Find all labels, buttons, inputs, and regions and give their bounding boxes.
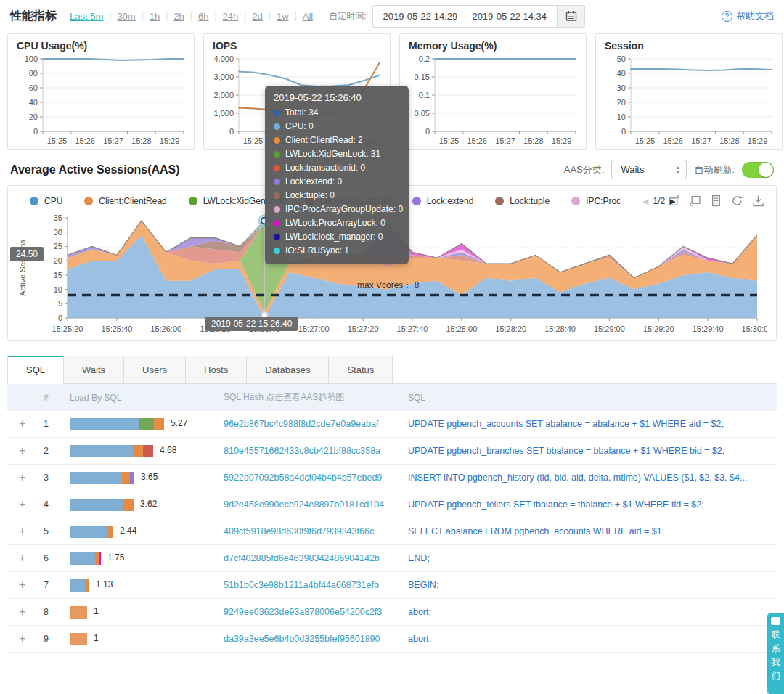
svg-text:15:26: 15:26 (75, 136, 95, 145)
session-chart[interactable]: 0102030405015:2515:2615:2715:2815:29 (602, 53, 776, 147)
custom-time-value[interactable]: 2019-05-22 14:29 — 2019-05-22 14:34 (373, 6, 558, 27)
cpu-usage-chart[interactable]: 02040608010015:2515:2615:2715:2815:29 (14, 53, 188, 147)
chart-toolbar (668, 195, 764, 207)
sql-hash-link[interactable]: 9d2e458e990ecb924e8897b0181cd104 (224, 499, 384, 510)
table-row: +24.68810e45571662433c8cb421bf88cc358aUP… (7, 438, 777, 465)
svg-text:3,000: 3,000 (213, 73, 234, 81)
col-number: # (38, 384, 64, 411)
tooltip-item-ipc-procarraygroupupdate: IPC:ProcArrayGroupUpdate: 0 (274, 203, 400, 216)
expand-row-button[interactable]: + (13, 632, 25, 645)
svg-text:15:30:00: 15:30:00 (742, 324, 767, 333)
separator: | (109, 11, 111, 21)
legend-label: IPC:Proc (586, 196, 621, 206)
calendar-button[interactable] (557, 6, 584, 27)
time-range-1w[interactable]: 1w (277, 11, 289, 22)
load-bar-segment (139, 418, 154, 430)
load-bar (70, 526, 113, 538)
load-value: 1 (94, 606, 99, 616)
svg-text:10: 10 (617, 113, 626, 121)
legend-item-lock-tuple[interactable]: Lock:tuple (495, 196, 550, 206)
time-range-last-5m[interactable]: Last 5m (70, 11, 103, 22)
expand-row-button[interactable]: + (13, 552, 25, 564)
time-range-1h[interactable]: 1h (150, 11, 160, 22)
contact-char: 系 (772, 642, 780, 655)
tab-waits[interactable]: Waits (64, 356, 124, 384)
series-dot (274, 220, 280, 226)
time-range-24h[interactable]: 24h (223, 11, 239, 22)
table-row: +33.655922d07092b58a4dcf04b4b4b57ebed9IN… (7, 465, 777, 491)
legend-item-cpu[interactable]: CPU (30, 196, 62, 206)
aas-category-select[interactable]: Waits ▲▼ (611, 160, 687, 179)
contact-us-widget[interactable]: 联系我们 (767, 613, 784, 694)
sql-hash-link[interactable]: 5922d07092b58a4dcf04b4b4b57ebed9 (224, 473, 382, 483)
zoom-reset-icon[interactable] (689, 195, 701, 207)
sql-hash-link[interactable]: 409cf5918e98d630f9f6d7939343f66c (224, 526, 374, 536)
separator: | (269, 11, 271, 21)
tab-sql[interactable]: SQL (7, 356, 64, 384)
custom-time-picker[interactable]: 2019-05-22 14:29 — 2019-05-22 14:34 (372, 5, 586, 28)
download-icon[interactable] (752, 195, 764, 207)
sql-text: abort; (408, 607, 771, 617)
contact-char: 联 (772, 629, 780, 641)
tab-status[interactable]: Status (329, 356, 393, 384)
memory-usage-title: Memory Usage(%) (409, 40, 580, 52)
expand-row-button[interactable]: + (13, 525, 25, 537)
row-number: 5 (38, 518, 64, 545)
time-range-all[interactable]: All (303, 11, 313, 22)
time-range-2h[interactable]: 2h (173, 11, 184, 22)
tooltip-item-text: IPC:ProcArrayGroupUpdate: 0 (285, 203, 403, 216)
time-range-30m[interactable]: 30m (117, 11, 135, 22)
legend-label: Client:ClientRead (99, 196, 166, 206)
data-view-icon[interactable] (710, 195, 722, 207)
load-value: 1.13 (96, 579, 113, 589)
tooltip-item-text: Total: 34 (285, 106, 318, 120)
expand-row-button[interactable]: + (13, 444, 25, 457)
time-range-2d[interactable]: 2d (252, 11, 262, 22)
legend-label: Lock:extend (427, 196, 474, 206)
help-doc-link[interactable]: ? 帮助文档 (722, 9, 774, 23)
svg-text:40: 40 (617, 69, 626, 78)
load-value: 1.75 (107, 552, 124, 563)
svg-text:60: 60 (29, 83, 38, 92)
svg-text:15:27: 15:27 (495, 136, 515, 145)
expand-row-button[interactable]: + (13, 605, 25, 618)
sql-hash-link[interactable]: da39a3ee5e6b4b0d3255bfef95601890 (224, 634, 380, 644)
col-sql: SQL (402, 384, 777, 411)
load-bar-segment (70, 499, 123, 511)
legend-item-client-clientread[interactable]: Client:ClientRead (84, 196, 166, 206)
toggle-knob (759, 163, 773, 177)
tab-databases[interactable]: Databases (247, 356, 329, 384)
sql-hash-link[interactable]: 9249ee03623de93a878006e54200c2f3 (224, 607, 382, 617)
sql-text: UPDATE pgbench_accounts SET abalance = a… (408, 419, 771, 429)
svg-text:20: 20 (29, 113, 38, 121)
svg-text:15:25: 15:25 (439, 136, 460, 145)
memory-usage-chart[interactable]: 00.050.10.150.215:2515:2615:2715:2815:29 (406, 53, 580, 147)
custom-time-label: 自定时间: (329, 10, 366, 23)
legend-item-ipc-proc[interactable]: IPC:Proc (571, 196, 621, 206)
svg-text:15:28:20: 15:28:20 (495, 324, 526, 333)
expand-row-button[interactable]: + (13, 417, 25, 430)
expand-row-button[interactable]: + (13, 498, 25, 510)
sql-hash-link[interactable]: 810e45571662433c8cb421bf88cc358a (224, 446, 380, 456)
sql-text: abort; (408, 634, 771, 644)
tab-hosts[interactable]: Hosts (186, 356, 247, 384)
auto-refresh-toggle[interactable] (742, 162, 774, 178)
tooltip-item-lwlock-lock-manager: LWLock:lock_manager: 0 (274, 230, 400, 244)
sql-hash-link[interactable]: 96e2b867bc4c988f8d2cde7e0a9eabaf (224, 419, 378, 429)
svg-text:0.05: 0.05 (415, 109, 430, 118)
tooltip-item-lock-extend: Lock:extend: 0 (274, 175, 400, 189)
svg-text:15:28:00: 15:28:00 (446, 324, 477, 333)
load-bar-segment (85, 579, 89, 592)
sql-hash-link[interactable]: d7cf402885fd6e46398342486904142b (224, 553, 380, 563)
load-bar (70, 499, 134, 511)
refresh-icon[interactable] (731, 195, 743, 207)
time-range-6h[interactable]: 6h (198, 11, 208, 22)
expand-row-button[interactable]: + (13, 579, 25, 591)
legend-prev-icon[interactable]: ◀ (642, 197, 648, 206)
tab-users[interactable]: Users (124, 356, 186, 384)
expand-row-button[interactable]: + (13, 471, 25, 483)
legend-item-lock-extend[interactable]: Lock:extend (412, 196, 474, 206)
svg-text:15:28: 15:28 (719, 136, 740, 145)
zoom-select-icon[interactable] (668, 195, 680, 207)
sql-hash-link[interactable]: 51b1b0c3e98b1211a4bf44a668731efb (224, 580, 379, 590)
